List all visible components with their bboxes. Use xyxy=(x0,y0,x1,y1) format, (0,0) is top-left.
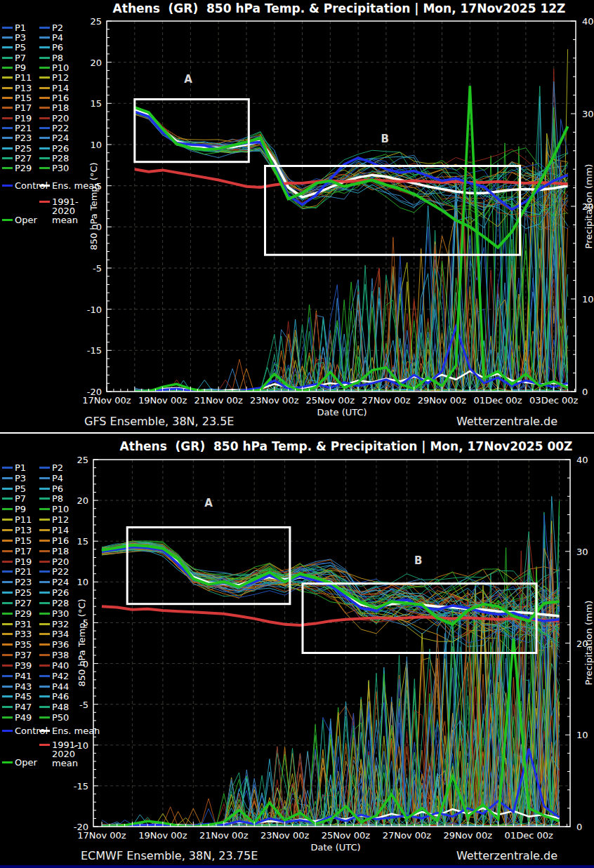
legend-member-p11: P11 xyxy=(2,73,39,83)
legend-member-p4: P4 xyxy=(39,32,93,42)
legend-member-p9: P9 xyxy=(2,62,39,72)
legend-swatch xyxy=(39,654,50,656)
legend-label: P10 xyxy=(52,504,69,514)
legend-swatch xyxy=(39,592,50,594)
precip-tick-label: 0 xyxy=(576,822,582,832)
legend-swatch xyxy=(39,665,50,667)
temp-tick-label: -20 xyxy=(87,387,102,397)
chart-panel-1: AB17Nov 00z19Nov 00z21Nov 00z23Nov 00z25… xyxy=(74,455,588,841)
legend-member-p11: P11 xyxy=(2,514,39,525)
x-tick-label: 25Nov 00z xyxy=(322,830,371,841)
legend-swatch xyxy=(39,147,50,149)
legend-label: P30 xyxy=(52,163,69,173)
legend-label: P5 xyxy=(15,42,26,53)
legend-swatch xyxy=(39,744,50,746)
model-caption-gfs: GFS Ensemble, 38N, 23.5E xyxy=(84,415,234,428)
legend-label: P15 xyxy=(15,535,32,546)
legend-label: P50 xyxy=(52,712,69,723)
legend-member-p10: P10 xyxy=(39,504,93,514)
legend-label: P13 xyxy=(15,83,32,93)
model-caption-ecmwf: ECMWF Ensemble, 38N, 23.75E xyxy=(81,849,258,862)
legend-member-p8: P8 xyxy=(39,494,93,505)
legend-member-p19: P19 xyxy=(2,556,39,567)
site-credit-ecmwf: Wetterzentrale.de xyxy=(456,849,557,862)
chart-title-gfs: Athens (GR) 850 hPa Temp. & Precipitatio… xyxy=(84,1,594,15)
legend-member-p37: P37 xyxy=(2,650,39,660)
legend-label: P38 xyxy=(52,650,69,660)
legend-member-p39: P39 xyxy=(2,660,39,671)
legend-oper: Oper xyxy=(2,215,39,225)
legend-swatch xyxy=(39,137,50,139)
legend-member-p43: P43 xyxy=(2,681,39,692)
legend-swatch xyxy=(2,498,13,500)
legend-swatch xyxy=(2,477,13,479)
legend-member-p21: P21 xyxy=(2,566,39,577)
legend-swatch xyxy=(39,529,50,531)
legend-swatch xyxy=(39,87,50,89)
legend-swatch xyxy=(39,602,50,604)
legend-swatch xyxy=(2,540,13,542)
legend-swatch xyxy=(2,167,13,169)
legend-swatch xyxy=(2,147,13,149)
legend-swatch xyxy=(39,201,50,203)
legend-label: P21 xyxy=(15,123,32,133)
legend-swatch xyxy=(2,592,13,594)
legend-label: P49 xyxy=(15,712,32,723)
legend-member-p29: P29 xyxy=(2,608,39,619)
precip-axis-label-gfs: Precipitation (mm) xyxy=(583,164,594,249)
legend-member-p48: P48 xyxy=(39,702,93,712)
legend-label: P2 xyxy=(52,22,63,33)
legend-member-p7: P7 xyxy=(2,53,39,62)
legend-member-p15: P15 xyxy=(2,535,39,546)
legend-member-p1: P1 xyxy=(2,22,39,32)
legend-member-p41: P41 xyxy=(2,671,39,681)
legend-swatch xyxy=(39,519,50,521)
precip-tick-label: 30 xyxy=(582,109,594,119)
legend-label: P47 xyxy=(15,702,32,712)
legend-swatch xyxy=(39,550,50,552)
legend-label: P41 xyxy=(15,671,32,681)
date-axis-label-gfs: Date (UTC) xyxy=(317,407,367,418)
legend-label: P14 xyxy=(52,83,69,93)
legend-member-p28: P28 xyxy=(39,153,93,163)
legend-label: P18 xyxy=(52,102,69,113)
ensemble-member-precip-line xyxy=(102,548,560,827)
x-tick-label: 19Nov 00z xyxy=(138,830,187,841)
legend-member-p9: P9 xyxy=(2,504,39,514)
legend-member-p27: P27 xyxy=(2,598,39,608)
precip-tick-label: 40 xyxy=(576,455,588,465)
legend-member-p12: P12 xyxy=(39,514,93,525)
legend-member-p15: P15 xyxy=(2,93,39,102)
legend-label: P23 xyxy=(15,577,32,587)
legend-member-p18: P18 xyxy=(39,546,93,556)
legend-label: P3 xyxy=(15,32,26,43)
legend-label: P46 xyxy=(52,691,69,702)
legend-swatch xyxy=(39,157,50,159)
legend-member-p49: P49 xyxy=(2,712,39,723)
legend-label: P19 xyxy=(15,556,32,567)
legend-swatch xyxy=(2,602,13,604)
legend-label: P30 xyxy=(52,608,69,619)
chart-title-ecmwf: Athens (GR) 850 hPa Temp. & Precipitatio… xyxy=(91,439,594,453)
x-tick-label: 29Nov 00z xyxy=(418,395,467,406)
legend-member-p22: P22 xyxy=(39,123,93,133)
legend-ens-mean: Ens. mean xyxy=(39,180,93,190)
legend-label: P11 xyxy=(15,72,32,83)
legend-swatch xyxy=(39,581,50,583)
legend-label: P39 xyxy=(15,660,32,671)
legend-member-p21: P21 xyxy=(2,123,39,133)
legend-swatch xyxy=(2,127,13,129)
legend-swatch xyxy=(39,675,50,677)
precip-tick-label: 40 xyxy=(582,16,594,27)
legend-swatch xyxy=(2,57,13,59)
legend-swatch xyxy=(39,695,50,697)
legend-member-p14: P14 xyxy=(39,83,93,93)
legend-label: P11 xyxy=(15,514,32,525)
legend-swatch xyxy=(39,76,50,79)
legend-swatch xyxy=(39,467,50,469)
legend-swatch xyxy=(2,97,13,99)
legend-label: 1991-2020mean xyxy=(52,740,93,768)
legend-swatch xyxy=(39,716,50,719)
legend-swatch xyxy=(2,36,13,39)
legend-label: P8 xyxy=(52,53,63,63)
